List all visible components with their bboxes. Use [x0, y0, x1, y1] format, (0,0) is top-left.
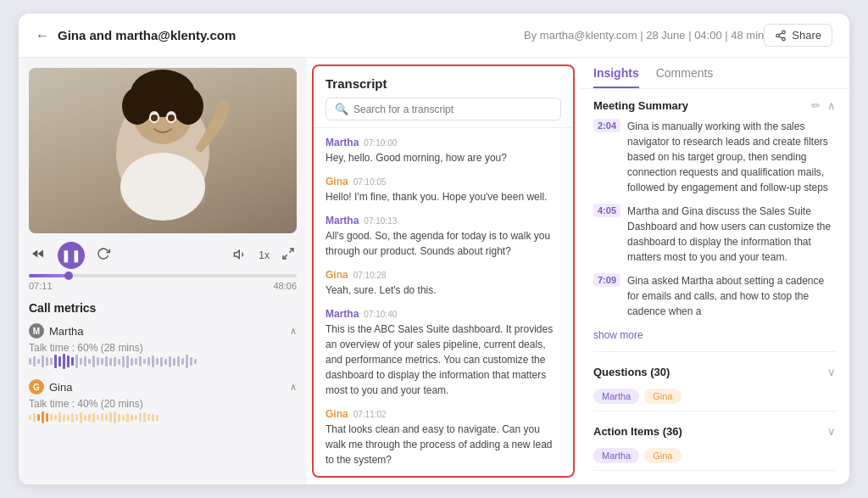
rewind-button[interactable] — [29, 244, 47, 266]
svg-line-3 — [779, 36, 782, 37]
transcript-search-box[interactable]: 🔍 — [326, 98, 561, 120]
pause-icon: ❚❚ — [61, 249, 81, 262]
speaker-gina-block: G Gina ∧ Talk time : 40% (20 mins) — [29, 379, 297, 425]
entry-speaker-row-2: Martha 07:10:13 — [326, 215, 561, 227]
entry-speaker-0: Martha — [326, 137, 359, 148]
questions-tags: Martha Gina — [593, 389, 836, 404]
entry-speaker-2: Martha — [326, 215, 359, 227]
svg-point-16 — [120, 153, 205, 221]
entry-time-1: 07:10:05 — [353, 177, 387, 187]
tab-comments[interactable]: Comments — [656, 66, 714, 88]
divider-3 — [593, 470, 836, 471]
meeting-summary-section: Meeting Summary ✏ ∧ 2:04 Gina is manuall… — [593, 99, 836, 341]
summary-entry-0: 2:04 Gina is manually working with the s… — [593, 119, 836, 195]
svg-point-2 — [782, 37, 786, 41]
svg-line-20 — [283, 255, 287, 259]
action-items-expand-icon[interactable]: ∨ — [827, 425, 836, 438]
speaker-gina-name-row: G Gina — [29, 379, 72, 394]
questions-header[interactable]: Questions (30) ∨ — [593, 359, 836, 385]
svg-point-17 — [217, 100, 231, 114]
transcript-entry-4: Martha 07:10:40 This is the ABC Sales Su… — [326, 308, 561, 398]
total-time: 48:06 — [273, 281, 297, 291]
gina-waveform — [29, 410, 297, 425]
martha-chevron[interactable]: ∧ — [290, 326, 297, 337]
meeting-summary-actions: ✏ ∧ — [811, 99, 836, 112]
video-person — [29, 68, 297, 233]
sentiments-header[interactable]: Sentiments (126) ∨ — [593, 478, 836, 484]
summary-entry-2: 7:09 Gina asked Martha about setting a c… — [593, 273, 836, 319]
questions-title: Questions (30) — [593, 366, 670, 378]
svg-point-11 — [137, 72, 188, 98]
video-thumbnail[interactable] — [29, 68, 297, 233]
summary-time-0[interactable]: 2:04 — [593, 119, 620, 132]
svg-point-1 — [776, 34, 780, 37]
svg-line-4 — [779, 32, 782, 34]
fullscreen-button[interactable] — [280, 245, 297, 266]
questions-tag-martha[interactable]: Martha — [593, 389, 639, 404]
edit-icon[interactable]: ✏ — [811, 99, 821, 112]
entry-time-3: 07:10:28 — [353, 271, 387, 280]
left-panel: ❚❚ 1x — [19, 58, 307, 484]
volume-icon — [233, 248, 247, 261]
progress-bar[interactable] — [29, 274, 297, 277]
search-icon: 🔍 — [335, 103, 348, 115]
entry-time-5: 07:11:02 — [353, 410, 387, 419]
martha-avatar: M — [29, 323, 44, 339]
tab-insights[interactable]: Insights — [593, 66, 639, 88]
entry-text-5: That looks clean and easy to navigate. C… — [326, 422, 561, 467]
action-items-tag-martha[interactable]: Martha — [593, 448, 639, 463]
gina-name: Gina — [49, 381, 72, 394]
transcript-search-input[interactable] — [353, 104, 552, 115]
entry-time-2: 07:10:13 — [364, 216, 397, 226]
svg-marker-18 — [235, 250, 240, 258]
martha-waveform — [29, 354, 297, 369]
martha-talk-time: Talk time : 60% (28 mins) — [29, 342, 297, 354]
volume-button[interactable] — [231, 246, 248, 266]
action-items-header[interactable]: Action Items (36) ∨ — [593, 418, 836, 445]
entry-time-4: 07:10:40 — [364, 310, 397, 319]
entry-speaker-row-3: Gina 07:10:28 — [326, 269, 561, 281]
transcript-entry-1: Gina 07:10:05 Hello! I'm fine, thank you… — [326, 176, 561, 204]
transcript-entry-3: Gina 07:10:28 Yeah, sure. Let's do this. — [326, 269, 561, 298]
gina-chevron[interactable]: ∧ — [290, 382, 297, 393]
show-more-button[interactable]: show more — [593, 329, 836, 341]
questions-tag-gina[interactable]: Gina — [644, 389, 681, 404]
gina-talk-time: Talk time : 40% (20 mins) — [29, 398, 297, 410]
entry-speaker-1: Gina — [326, 176, 348, 187]
fullscreen-icon — [281, 247, 295, 260]
transcript-header: Transcript 🔍 — [314, 66, 573, 128]
insights-tabs: Insights Comments — [580, 58, 849, 89]
speaker-gina-header: G Gina ∧ — [29, 379, 297, 394]
summary-time-2[interactable]: 7:09 — [593, 273, 620, 287]
entry-text-3: Yeah, sure. Let's do this. — [326, 283, 561, 298]
entry-speaker-row-5: Gina 07:11:02 — [326, 408, 561, 420]
progress-fill — [29, 274, 69, 277]
header: ← Gina and martha@klenty.com By martha@k… — [19, 14, 849, 58]
entry-time-0: 07:10:00 — [364, 138, 397, 148]
entry-speaker-row-4: Martha 07:10:40 — [326, 308, 561, 320]
action-items-tag-gina[interactable]: Gina — [644, 448, 681, 463]
action-items-tags: Martha Gina — [593, 448, 836, 463]
collapse-icon[interactable]: ∧ — [827, 99, 836, 112]
summary-time-1[interactable]: 4:05 — [593, 204, 620, 217]
transcript-panel: Transcript 🔍 Martha 07:10:00 Hey, hello.… — [312, 64, 575, 478]
call-metrics-section: Call metrics M Martha ∧ Talk time : 60% … — [29, 301, 297, 435]
share-label: Share — [792, 29, 821, 42]
gina-avatar: G — [29, 379, 44, 394]
refresh-icon — [97, 247, 110, 260]
back-button[interactable]: ← — [36, 28, 49, 43]
svg-point-15 — [168, 115, 175, 121]
share-button[interactable]: Share — [764, 24, 832, 47]
insights-body: Meeting Summary ✏ ∧ 2:04 Gina is manuall… — [580, 89, 849, 484]
speed-label[interactable]: 1x — [259, 249, 270, 261]
rewind-icon — [31, 246, 46, 261]
summary-text-0: Gina is manually working with the sales … — [627, 119, 836, 195]
progress-dot — [64, 271, 73, 280]
questions-expand-icon[interactable]: ∨ — [827, 366, 836, 378]
time-row: 07:11 48:06 — [29, 281, 297, 291]
refresh-button[interactable] — [95, 245, 112, 266]
meeting-summary-header: Meeting Summary ✏ ∧ — [593, 99, 836, 112]
main-container: ← Gina and martha@klenty.com By martha@k… — [19, 14, 849, 484]
entry-speaker-row-1: Gina 07:10:05 — [326, 176, 561, 187]
pause-button[interactable]: ❚❚ — [58, 242, 85, 269]
